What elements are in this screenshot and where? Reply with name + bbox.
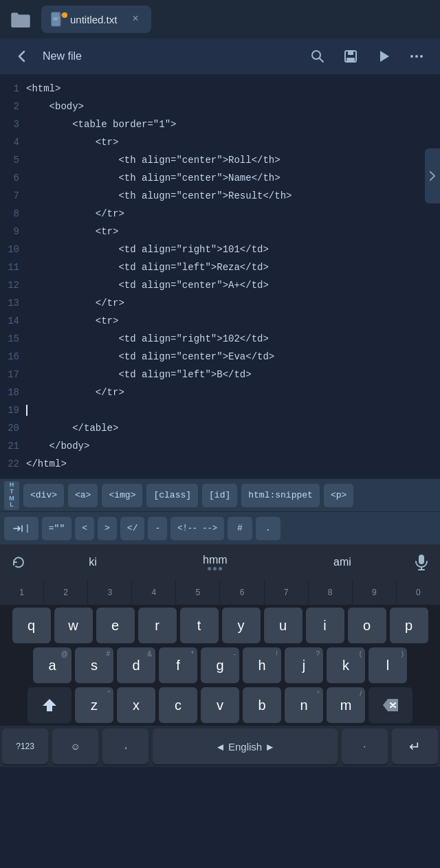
more-button[interactable] — [402, 41, 432, 71]
sym-dot[interactable]: . — [256, 517, 280, 540]
snippet-html[interactable]: html:snippet — [241, 484, 320, 507]
shift-key[interactable] — [28, 687, 72, 723]
line-content-14[interactable]: <tr> — [26, 312, 440, 330]
num-key-7[interactable]: 7 — [265, 580, 309, 605]
line-content-1[interactable]: <html> — [26, 80, 440, 98]
line-content-9[interactable]: <tr> — [26, 223, 440, 241]
snippet-a[interactable]: <a> — [68, 484, 98, 507]
period-key[interactable]: ۰ — [342, 728, 388, 764]
sym-lt[interactable]: < — [75, 517, 94, 540]
line-content-16[interactable]: <td align="center">Eva</td> — [26, 348, 440, 366]
line-content-3[interactable]: <table border="1"> — [26, 115, 440, 133]
line-content-4[interactable]: <tr> — [26, 133, 440, 151]
key-e[interactable]: e — [96, 608, 135, 643]
key-i[interactable]: i — [306, 608, 344, 643]
num-key-4[interactable]: 4 — [132, 580, 176, 605]
num-key-2[interactable]: 2 — [44, 580, 88, 605]
line-content-11[interactable]: <td align="left">Reza</td> — [26, 258, 440, 276]
key-h[interactable]: h! — [243, 647, 281, 683]
key-d[interactable]: d& — [117, 647, 155, 683]
key-k[interactable]: k( — [327, 647, 365, 683]
key-z[interactable]: z" — [75, 687, 113, 723]
snippet-id[interactable]: [id] — [202, 484, 237, 507]
line-content-17[interactable]: <td align="left">B</td> — [26, 366, 440, 383]
snippet-p[interactable]: <p> — [324, 484, 353, 507]
search-button[interactable] — [302, 41, 333, 71]
line-content-2[interactable]: <body> — [26, 98, 440, 115]
line-content-8[interactable]: </tr> — [26, 205, 440, 223]
tab-close-button[interactable]: × — [128, 12, 143, 27]
num-key-9[interactable]: 9 — [353, 580, 397, 605]
sym-close-tag[interactable]: </ — [120, 517, 145, 540]
line-content-12[interactable]: <td align="center">A+</td> — [26, 276, 440, 294]
scroll-indicator[interactable] — [425, 148, 440, 203]
key-w[interactable]: w — [54, 608, 93, 643]
save-icon — [343, 49, 358, 64]
sym-gt[interactable]: > — [98, 517, 117, 540]
prediction-1[interactable]: ki — [80, 553, 105, 571]
key-l[interactable]: l) — [368, 647, 407, 683]
key-m[interactable]: m/ — [327, 687, 365, 723]
num-key-1[interactable]: 1 — [0, 580, 44, 605]
enter-key[interactable]: ↵ — [392, 728, 438, 764]
key-f[interactable]: f* — [159, 647, 197, 683]
line-content-19[interactable] — [26, 401, 440, 419]
sym-comment[interactable]: <!-- --> — [170, 517, 224, 540]
refresh-predictions-button[interactable] — [6, 549, 32, 575]
key-g[interactable]: g- — [201, 647, 239, 683]
sym-dash[interactable]: - — [148, 517, 167, 540]
line-content-10[interactable]: <td align="right">101</td> — [26, 241, 440, 258]
key-u[interactable]: u — [264, 608, 302, 643]
line-content-21[interactable]: </body> — [26, 437, 440, 455]
line-content-5[interactable]: <th align="center">Roll</th> — [26, 151, 440, 169]
space-key[interactable]: ◄ English ► — [153, 728, 337, 764]
key-a[interactable]: a@ — [33, 647, 72, 683]
folder-button[interactable] — [6, 4, 36, 34]
key-y[interactable]: y — [222, 608, 261, 643]
sym-tab[interactable]: | — [4, 517, 38, 540]
line-content-6[interactable]: <th align="center">Name</th> — [26, 169, 440, 187]
line-content-20[interactable]: </table> — [26, 419, 440, 437]
key-b[interactable]: b — [243, 687, 281, 723]
save-button[interactable] — [336, 41, 366, 71]
prediction-3[interactable]: ami — [325, 553, 360, 571]
num-key-8[interactable]: 8 — [309, 580, 353, 605]
key-j[interactable]: j? — [285, 647, 323, 683]
mic-button[interactable] — [408, 549, 434, 575]
code-editor[interactable]: 1<html>2 <body>3 <table border="1">4 <tr… — [0, 74, 440, 478]
snippet-img[interactable]: <img> — [102, 484, 142, 507]
num-switch-key[interactable]: ?123 — [2, 728, 48, 764]
backspace-key[interactable] — [368, 687, 412, 723]
key-p[interactable]: p — [390, 608, 428, 643]
snippet-div[interactable]: <div> — [23, 484, 64, 507]
comma-key[interactable]: ، — [102, 728, 148, 764]
line-content-22[interactable]: </html> — [26, 455, 440, 473]
key-q[interactable]: q — [12, 608, 51, 643]
snippet-class[interactable]: [class] — [146, 484, 198, 507]
run-button[interactable] — [368, 41, 399, 71]
back-button[interactable] — [8, 43, 36, 70]
num-key-3[interactable]: 3 — [88, 580, 132, 605]
line-content-15[interactable]: <td align="right">102</td> — [26, 330, 440, 348]
html-label[interactable]: H T M L — [4, 481, 19, 510]
num-key-0[interactable]: 0 — [397, 580, 440, 605]
line-content-7[interactable]: <th alugn="center">Result</th> — [26, 187, 440, 205]
key-o[interactable]: o — [348, 608, 386, 643]
num-key-6[interactable]: 6 — [220, 580, 264, 605]
prediction-2-container[interactable]: hmm — [203, 554, 228, 570]
sym-hash[interactable]: # — [228, 517, 252, 540]
key-s[interactable]: s# — [75, 647, 113, 683]
emoji-key[interactable]: ☺ — [52, 728, 98, 764]
key-n[interactable]: n° — [285, 687, 323, 723]
key-x[interactable]: x — [117, 687, 155, 723]
key-v[interactable]: v — [201, 687, 239, 723]
key-t[interactable]: t — [180, 608, 219, 643]
num-key-5[interactable]: 5 — [176, 580, 220, 605]
file-tab[interactable]: untitled.txt × — [41, 5, 151, 33]
line-content-18[interactable]: </tr> — [26, 383, 440, 401]
key-c[interactable]: c — [159, 687, 197, 723]
line-number-18: 18 — [0, 383, 26, 401]
sym-eq[interactable]: ="" — [42, 517, 72, 540]
key-r[interactable]: r — [138, 608, 177, 643]
line-content-13[interactable]: </tr> — [26, 294, 440, 312]
